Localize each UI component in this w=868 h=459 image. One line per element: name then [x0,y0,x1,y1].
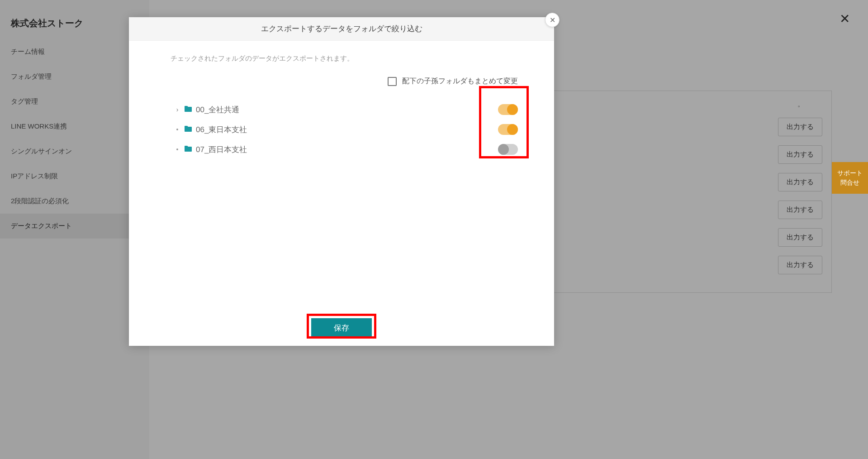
folder-toggle[interactable] [498,104,518,115]
chevron-right-icon[interactable]: › [174,106,180,113]
folder-list: › 00_全社共通 • 06_東日本支社 [165,100,518,159]
support-button[interactable]: サポート 問合せ [832,162,868,194]
modal-description: チェックされたフォルダのデータがエクスポートされます。 [165,54,518,63]
save-button[interactable]: 保存 [311,318,372,338]
folder-name: 00_全社共通 [196,105,239,115]
folder-icon [184,145,192,154]
modal-body: チェックされたフォルダのデータがエクスポートされます。 配下の子孫フォルダもまと… [129,41,554,310]
descendant-folders-label: 配下の子孫フォルダもまとめて変更 [402,76,518,86]
folder-name: 06_東日本支社 [196,124,247,135]
folder-icon [184,125,192,134]
modal-close-button[interactable]: ✕ [545,13,560,27]
folder-toggle[interactable] [498,124,518,135]
descendant-folders-checkbox[interactable] [388,77,397,86]
folder-toggle[interactable] [498,144,518,155]
folder-filter-modal: ✕ エクスポートするデータをフォルダで絞り込む チェックされたフォルダのデータが… [129,17,554,346]
bullet-icon: • [174,146,180,153]
folder-name: 07_西日本支社 [196,144,247,155]
folder-row: • 07_西日本支社 [174,139,518,159]
folder-row: › 00_全社共通 [174,100,518,120]
folder-row: • 06_東日本支社 [174,120,518,139]
modal-footer: 保存 [129,310,554,346]
close-icon: ✕ [550,16,555,24]
modal-title: エクスポートするデータをフォルダで絞り込む [129,17,554,41]
folder-icon [184,105,192,115]
bullet-icon: • [174,126,180,133]
